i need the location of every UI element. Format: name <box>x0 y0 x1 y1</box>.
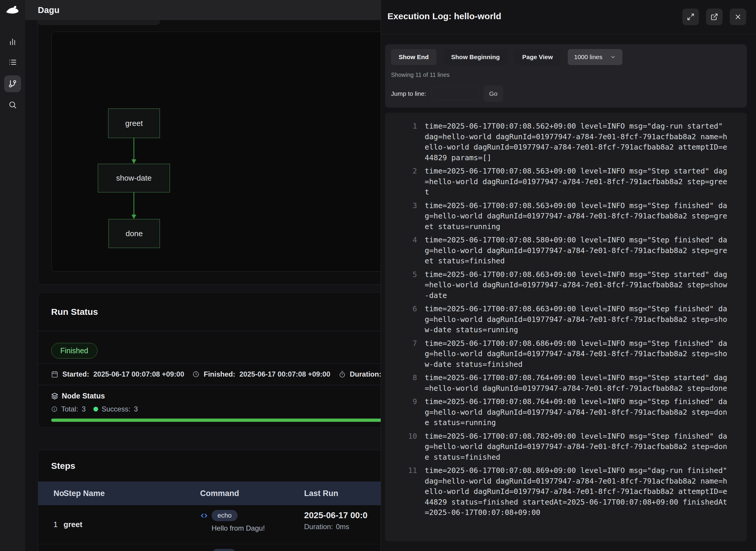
log-line-number: 5 <box>395 269 417 301</box>
app-root: Dagu greet show-date done Run Status Fin… <box>0 0 756 551</box>
timer-icon <box>339 371 346 378</box>
finished-label: Finished: <box>204 370 235 378</box>
log-line-text: time=2025-06-17T00:07:08.563+09:00 level… <box>425 200 728 232</box>
show-beginning-button[interactable]: Show Beginning <box>444 49 508 65</box>
duration-label: Duration: <box>350 370 382 378</box>
log-line-text: time=2025-06-17T00:07:08.686+09:00 level… <box>425 338 728 370</box>
node-status-title: Node Status <box>62 392 105 400</box>
log-line-text: time=2025-06-17T00:07:08.563+09:00 level… <box>425 166 728 197</box>
log-entry: 10 time=2025-06-17T00:07:08.782+09:00 le… <box>395 431 747 463</box>
jump-to-line-input[interactable] <box>432 87 479 101</box>
log-line-number: 9 <box>395 396 417 428</box>
duration-value: 0ms <box>336 523 349 531</box>
command-args: Hello from Dagu! <box>212 524 304 532</box>
showing-lines-status: Showing 11 of 11 lines <box>391 71 741 78</box>
log-line-number: 8 <box>395 373 417 394</box>
log-entry: 1 time=2025-06-17T00:07:08.562+09:00 lev… <box>395 121 747 163</box>
command-badge: echo <box>212 510 238 521</box>
show-end-button[interactable]: Show End <box>391 49 437 65</box>
log-line-number: 4 <box>395 235 417 266</box>
status-badge: Finished <box>51 343 97 359</box>
jump-to-line-row: Jump to line: Go <box>391 85 741 102</box>
graph-node-done[interactable]: done <box>108 219 160 248</box>
log-entry: 2 time=2025-06-17T00:07:08.563+09:00 lev… <box>395 166 747 197</box>
finished-value: 2025-06-17 00:07:08 +09:00 <box>239 370 330 378</box>
log-entry: 9 time=2025-06-17T00:07:08.764+09:00 lev… <box>395 396 747 428</box>
graph-node-greet[interactable]: greet <box>108 108 160 138</box>
dagu-logo-icon[interactable] <box>5 4 19 17</box>
log-line-number: 10 <box>395 431 417 463</box>
lines-count-select[interactable]: 1000 lines <box>568 49 623 65</box>
open-in-new-button[interactable] <box>706 9 723 25</box>
log-line-text: time=2025-06-17T00:07:08.869+09:00 level… <box>425 465 728 518</box>
step-no: 2 <box>38 544 61 551</box>
lines-count-value: 1000 lines <box>574 53 603 61</box>
expand-button[interactable] <box>682 9 699 25</box>
sidebar-item-dashboard[interactable] <box>4 33 21 50</box>
log-line-number: 7 <box>395 338 417 370</box>
started-label: Started: <box>62 370 89 378</box>
column-step-name: Step Name <box>61 489 200 498</box>
log-line-number: 2 <box>395 166 417 197</box>
clock-icon <box>192 371 199 378</box>
log-entry: 7 time=2025-06-17T00:07:08.686+09:00 lev… <box>395 338 747 370</box>
sidebar-item-dag-runs[interactable] <box>4 75 21 92</box>
log-entry: 8 time=2025-06-17T00:07:08.764+09:00 lev… <box>395 373 747 394</box>
page-view-button[interactable]: Page View <box>515 49 561 65</box>
calendar-icon <box>51 371 58 378</box>
log-line-text: time=2025-06-17T00:07:08.764+09:00 level… <box>425 373 728 394</box>
code-brackets-icon <box>200 512 208 520</box>
go-button[interactable]: Go <box>484 85 503 102</box>
run-status-title: Run Status <box>51 307 98 317</box>
log-line-text: time=2025-06-17T00:07:08.663+09:00 level… <box>425 304 728 335</box>
total-label: Total: <box>61 405 78 413</box>
step-no: 1 <box>38 505 61 544</box>
command-badge: date <box>212 549 236 551</box>
execution-log-panel: Execution Log: hello-world Show End Show… <box>381 0 756 551</box>
duration-label: Duration: <box>304 523 333 531</box>
jump-to-line-label: Jump to line: <box>391 90 426 97</box>
log-line-text: time=2025-06-17T00:07:08.782+09:00 level… <box>425 431 728 463</box>
log-content-card[interactable]: 1 time=2025-06-17T00:07:08.562+09:00 lev… <box>385 113 747 541</box>
log-entry: 6 time=2025-06-17T00:07:08.663+09:00 lev… <box>395 304 747 335</box>
step-command-cell: date <box>200 544 304 551</box>
scrolled-tabbar-partial <box>38 20 160 25</box>
log-line-text: time=2025-06-17T00:07:08.562+09:00 level… <box>425 121 728 163</box>
list-icon <box>8 58 17 66</box>
app-title: Dagu <box>38 5 59 15</box>
close-button[interactable] <box>730 9 746 25</box>
execution-log-header: Execution Log: hello-world <box>381 0 756 34</box>
success-value: 3 <box>134 405 138 413</box>
log-line-text: time=2025-06-17T00:07:08.580+09:00 level… <box>425 235 728 266</box>
external-link-icon <box>711 13 718 21</box>
log-line-number: 11 <box>395 465 417 518</box>
execution-log-title: Execution Log: hello-world <box>388 11 501 21</box>
success-dot-icon <box>93 407 98 412</box>
log-line-text: time=2025-06-17T00:07:08.663+09:00 level… <box>425 269 728 301</box>
column-no: No <box>38 489 61 498</box>
step-name: show-date <box>61 544 200 551</box>
column-command: Command <box>200 489 304 498</box>
log-entry: 4 time=2025-06-17T00:07:08.580+09:00 lev… <box>395 235 747 266</box>
graph-node-show-date[interactable]: show-date <box>98 164 170 192</box>
node-label: greet <box>125 119 143 128</box>
node-label: done <box>126 229 143 238</box>
log-entry: 11 time=2025-06-17T00:07:08.869+09:00 le… <box>395 465 747 518</box>
step-name: greet <box>61 505 200 544</box>
log-line-number: 3 <box>395 200 417 232</box>
layers-icon <box>51 393 58 400</box>
sidebar-item-search[interactable] <box>4 96 21 113</box>
steps-title: Steps <box>51 461 75 471</box>
maximize-icon <box>687 13 695 21</box>
success-label: Success: <box>102 405 130 413</box>
log-line-text: time=2025-06-17T00:07:08.764+09:00 level… <box>425 396 728 428</box>
sidebar <box>0 0 25 551</box>
log-line-number: 6 <box>395 304 417 335</box>
sidebar-item-dag-list[interactable] <box>4 54 21 71</box>
log-controls-card: Show End Show Beginning Page View 1000 l… <box>385 44 747 108</box>
chevron-down-icon <box>610 54 616 60</box>
close-icon <box>734 13 742 21</box>
started-value: 2025-06-17 00:07:08 +09:00 <box>93 370 184 378</box>
log-line-number: 1 <box>395 121 417 163</box>
search-icon <box>8 100 17 109</box>
